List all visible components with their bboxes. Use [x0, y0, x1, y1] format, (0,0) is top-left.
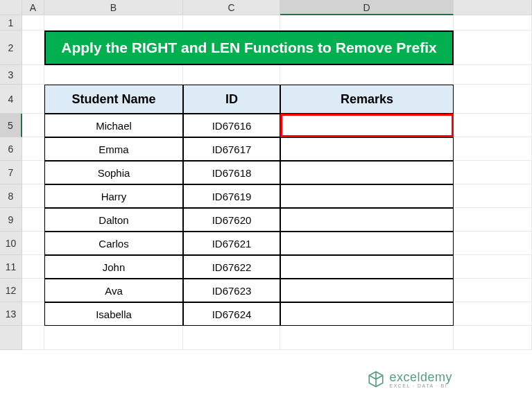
cell-E7[interactable]	[454, 161, 532, 184]
header-remarks[interactable]: Remarks	[280, 85, 454, 114]
cell-id-9[interactable]: ID67620	[183, 208, 280, 232]
cell-name-5[interactable]: Michael	[44, 114, 183, 137]
cell-B1[interactable]	[44, 15, 183, 31]
watermark-text: exceldemy EXCEL · DATA · BI	[389, 371, 452, 388]
row-header-13[interactable]: 13	[0, 302, 22, 326]
row-header-2[interactable]: 2	[0, 31, 22, 65]
cell-A9[interactable]	[22, 208, 44, 232]
cell-E5[interactable]	[454, 114, 532, 137]
title-banner[interactable]: Apply the RIGHT and LEN Functions to Rem…	[44, 31, 454, 65]
row-header-10[interactable]: 10	[0, 232, 22, 255]
cell-name-8[interactable]: Harry	[44, 184, 183, 208]
cell-name-11[interactable]: John	[44, 255, 183, 279]
cell-A10[interactable]	[22, 232, 44, 255]
cell-id-13[interactable]: ID67624	[183, 302, 280, 326]
cell-E3[interactable]	[454, 65, 532, 85]
cell-id-8[interactable]: ID67619	[183, 184, 280, 208]
cell-A14[interactable]	[22, 326, 44, 350]
cell-D1[interactable]	[280, 15, 454, 31]
header-id[interactable]: ID	[183, 85, 280, 114]
row-header-3[interactable]: 3	[0, 65, 22, 85]
col-header-B[interactable]: B	[44, 0, 183, 15]
cell-E4[interactable]	[454, 85, 532, 114]
cell-A5[interactable]	[22, 114, 44, 137]
cell-A2[interactable]	[22, 31, 44, 65]
cell-name-9[interactable]: Dalton	[44, 208, 183, 232]
cell-A11[interactable]	[22, 255, 44, 279]
cell-D14[interactable]	[280, 326, 454, 350]
watermark: exceldemy EXCEL · DATA · BI	[367, 370, 452, 388]
cell-B3[interactable]	[44, 65, 183, 85]
row-header-7[interactable]: 7	[0, 161, 22, 184]
cell-C3[interactable]	[183, 65, 280, 85]
cell-id-6[interactable]: ID67617	[183, 137, 280, 161]
row-header-8[interactable]: 8	[0, 184, 22, 208]
cell-remarks-12[interactable]	[280, 279, 454, 302]
cell-remarks-13[interactable]	[280, 302, 454, 326]
row-header-12[interactable]: 12	[0, 279, 22, 302]
cell-E12[interactable]	[454, 279, 532, 302]
cell-remarks-9[interactable]	[280, 208, 454, 232]
cell-id-7[interactable]: ID67618	[183, 161, 280, 184]
cell-name-6[interactable]: Emma	[44, 137, 183, 161]
cell-C1[interactable]	[183, 15, 280, 31]
cell-C14[interactable]	[183, 326, 280, 350]
cell-remarks-10[interactable]	[280, 232, 454, 255]
cell-id-12[interactable]: ID67623	[183, 279, 280, 302]
row-header-14[interactable]	[0, 326, 22, 350]
cell-name-13[interactable]: Isabella	[44, 302, 183, 326]
header-student-name[interactable]: Student Name	[44, 85, 183, 114]
cube-icon	[367, 370, 385, 388]
cell-remarks-11[interactable]	[280, 255, 454, 279]
col-header-A[interactable]: A	[22, 0, 44, 15]
col-header-C[interactable]: C	[183, 0, 280, 15]
cell-id-5[interactable]: ID67616	[183, 114, 280, 137]
cell-D3[interactable]	[280, 65, 454, 85]
col-header-extra[interactable]	[454, 0, 532, 15]
cell-name-7[interactable]: Sophia	[44, 161, 183, 184]
cell-A3[interactable]	[22, 65, 44, 85]
watermark-main: exceldemy	[389, 371, 452, 383]
watermark-sub: EXCEL · DATA · BI	[389, 383, 452, 388]
row-header-9[interactable]: 9	[0, 208, 22, 232]
cell-A8[interactable]	[22, 184, 44, 208]
row-header-6[interactable]: 6	[0, 137, 22, 161]
cell-E8[interactable]	[454, 184, 532, 208]
spreadsheet-grid: A B C D 1 2 Apply the RIGHT and LEN Func…	[0, 0, 532, 350]
cell-E14[interactable]	[454, 326, 532, 350]
col-header-D[interactable]: D	[280, 0, 454, 15]
cell-A1[interactable]	[22, 15, 44, 31]
cell-E6[interactable]	[454, 137, 532, 161]
row-header-5[interactable]: 5	[0, 114, 22, 137]
cell-E9[interactable]	[454, 208, 532, 232]
cell-remarks-5[interactable]	[280, 114, 454, 137]
cell-A4[interactable]	[22, 85, 44, 114]
cell-E2[interactable]	[454, 31, 532, 65]
cell-A13[interactable]	[22, 302, 44, 326]
cell-id-10[interactable]: ID67621	[183, 232, 280, 255]
cell-id-11[interactable]: ID67622	[183, 255, 280, 279]
cell-E13[interactable]	[454, 302, 532, 326]
row-header-1[interactable]: 1	[0, 15, 22, 31]
row-header-11[interactable]: 11	[0, 255, 22, 279]
cell-E10[interactable]	[454, 232, 532, 255]
cell-remarks-6[interactable]	[280, 137, 454, 161]
cell-name-12[interactable]: Ava	[44, 279, 183, 302]
cell-remarks-7[interactable]	[280, 161, 454, 184]
cell-A7[interactable]	[22, 161, 44, 184]
cell-A12[interactable]	[22, 279, 44, 302]
row-header-4[interactable]: 4	[0, 85, 22, 114]
select-all-corner[interactable]	[0, 0, 22, 15]
cell-E11[interactable]	[454, 255, 532, 279]
cell-remarks-8[interactable]	[280, 184, 454, 208]
cell-A6[interactable]	[22, 137, 44, 161]
cell-name-10[interactable]: Carlos	[44, 232, 183, 255]
cell-B14[interactable]	[44, 326, 183, 350]
cell-E1[interactable]	[454, 15, 532, 31]
